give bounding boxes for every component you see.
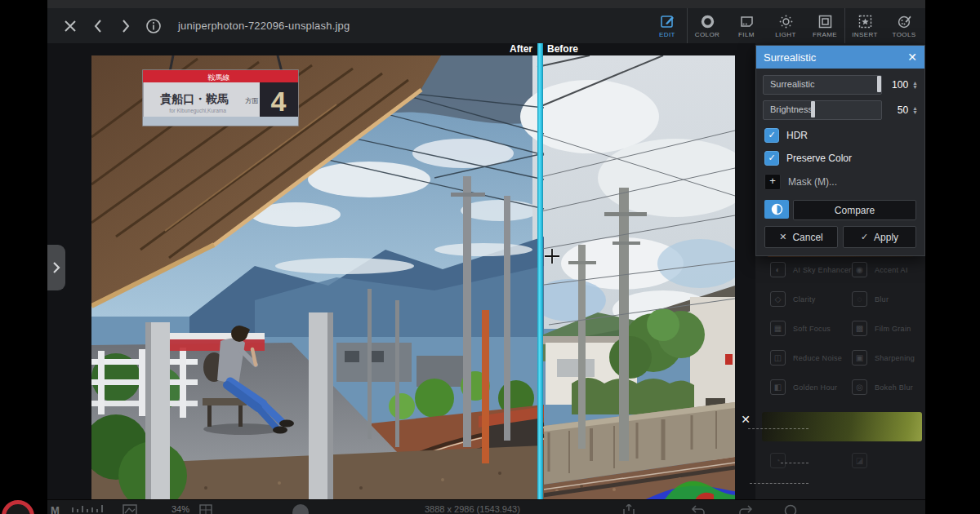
photo-canvas[interactable]: 鞍馬線 貴船口・鞍馬 方面 for Kibuneguchi,Kurama 4 — [91, 55, 735, 499]
share-icon[interactable] — [622, 504, 635, 514]
filter-item[interactable]: ◌ Blur — [852, 291, 889, 307]
light-icon — [778, 14, 794, 29]
prev-image-icon[interactable] — [90, 18, 106, 34]
filter-item[interactable]: ◇ Clarity — [770, 291, 816, 307]
slider-thumb[interactable] — [811, 101, 815, 117]
filter-icon: ◔ — [770, 453, 786, 468]
filter-item[interactable]: ◪ — [852, 453, 867, 468]
slider-thumb[interactable] — [877, 76, 881, 92]
apply-check-icon: ✓ — [861, 232, 868, 242]
surrealistic-popover: Surrealistic ✕ Surrealistic 100 ▲▼ Brigh… — [755, 45, 925, 256]
slider-row-brightness: Brightness 50 ▲▼ — [763, 100, 918, 120]
tab-frame[interactable]: FRAME — [805, 8, 844, 43]
status-bar: M 34% 3888 x 2986 (1543.943) — [47, 499, 925, 514]
crop-ratio-icon[interactable] — [199, 504, 212, 514]
tab-light[interactable]: LIGHT — [766, 8, 805, 43]
filter-icon: ◌ — [852, 291, 867, 307]
surrealistic-value: 100 — [886, 79, 909, 91]
filter-item[interactable]: ◧ Golden Hour — [770, 379, 837, 395]
zoom-level[interactable]: 34% — [172, 504, 189, 514]
add-mask-button[interactable]: + — [764, 174, 781, 190]
surrealistic-slider[interactable]: Surrealistic — [763, 75, 882, 95]
ruler-icon[interactable] — [72, 504, 108, 514]
filter-icon: ▦ — [770, 321, 786, 336]
filter-icon: ▩ — [852, 321, 867, 336]
chevron-right-icon — [52, 262, 60, 273]
filter-icon: ◎ — [852, 379, 867, 395]
crosshair-cursor — [545, 249, 559, 264]
popover-body: Surrealistic 100 ▲▼ Brightness 50 ▲▼ ✓ — [756, 69, 924, 255]
filter-item[interactable]: ◐ AI Sky Enhancer — [770, 262, 852, 277]
toolbar-left-group: juniperphoton-722096-unsplash.jpg — [62, 8, 350, 43]
filter-icon: ◐ — [770, 262, 786, 277]
sidebar-expand-handle[interactable] — [47, 245, 65, 290]
tab-color[interactable]: COLOR — [687, 8, 727, 43]
filter-icon: ▣ — [852, 350, 867, 366]
filter-item[interactable]: ◫ Reduce Noise — [770, 350, 842, 366]
close-icon[interactable] — [62, 18, 78, 34]
filter-item[interactable]: ▦ Soft Focus — [770, 321, 831, 336]
mask-row: + Mask (M)... — [764, 174, 916, 190]
tab-film[interactable]: FILM — [727, 8, 766, 43]
filter-item[interactable]: ▩ Film Grain — [852, 321, 911, 336]
redo-icon[interactable] — [738, 504, 753, 514]
film-icon — [739, 14, 755, 29]
filter-preview-thumbnail[interactable] — [762, 412, 922, 441]
info-icon[interactable] — [145, 18, 162, 34]
image-filename: juniperphoton-722096-unsplash.jpg — [178, 20, 350, 32]
surrealistic-stepper[interactable]: ▲▼ — [912, 81, 918, 89]
brand-wordmark: M — [51, 504, 60, 514]
app-logo — [2, 500, 34, 514]
after-label: After — [485, 44, 532, 55]
top-toolbar: juniperphoton-722096-unsplash.jpg EDIT C… — [47, 8, 925, 44]
image-size-icon[interactable] — [122, 504, 137, 514]
undo-icon[interactable] — [691, 504, 706, 514]
editor-canvas: 鞍馬線 貴船口・鞍馬 方面 for Kibuneguchi,Kurama 4 — [47, 43, 755, 499]
preserve-color-checkbox[interactable]: ✓ — [764, 151, 779, 166]
histogram-close-icon[interactable]: ✕ — [738, 412, 753, 427]
next-image-icon[interactable] — [118, 18, 134, 34]
dashed-guide — [781, 463, 808, 463]
split-compare-button[interactable] — [764, 200, 789, 219]
tab-edit[interactable]: EDIT — [648, 8, 687, 43]
brightness-value: 50 — [886, 104, 909, 116]
filter-item[interactable]: ◉ Accent AI — [852, 262, 908, 277]
compare-button[interactable]: Compare — [793, 200, 916, 220]
photo-artwork: 鞍馬線 貴船口・鞍馬 方面 for Kibuneguchi,Kurama 4 — [91, 55, 735, 499]
tab-insert[interactable]: INSERT — [844, 8, 884, 43]
dashed-guide — [748, 428, 808, 429]
half-circle-icon — [771, 203, 783, 215]
edit-icon — [660, 14, 675, 29]
hdr-checkbox[interactable]: ✓ — [764, 128, 779, 143]
svg-text:貴船口・鞍馬: 貴船口・鞍馬 — [160, 92, 229, 105]
filter-icon: ◉ — [852, 262, 867, 277]
popover-close-icon[interactable]: ✕ — [907, 51, 917, 64]
filter-icon: ◇ — [770, 291, 786, 307]
filter-item[interactable]: ◔ — [770, 453, 786, 468]
color-dot[interactable] — [292, 504, 309, 514]
window-titlebar — [47, 0, 925, 8]
compare-divider[interactable] — [537, 43, 543, 499]
insert-icon — [858, 14, 873, 29]
brightness-slider[interactable]: Brightness — [763, 100, 882, 120]
svg-text:方面: 方面 — [245, 97, 259, 104]
screenshot-root: juniperphoton-722096-unsplash.jpg EDIT C… — [0, 0, 980, 514]
apply-button[interactable]: ✓ Apply — [843, 226, 916, 248]
filter-icon: ◧ — [770, 379, 786, 395]
history-icon[interactable] — [784, 504, 797, 514]
filter-item[interactable]: ◎ Bokeh Blur — [852, 379, 913, 395]
tab-tools[interactable]: TOOLS — [884, 8, 924, 43]
filter-icon: ◫ — [770, 350, 786, 366]
frame-icon — [817, 14, 833, 29]
svg-text:for Kibuneguchi,Kurama: for Kibuneguchi,Kurama — [169, 108, 226, 114]
dashed-guide — [750, 483, 808, 484]
slider-row-surrealistic: Surrealistic 100 ▲▼ — [763, 75, 918, 95]
color-icon — [700, 14, 715, 29]
svg-text:鞍馬線: 鞍馬線 — [208, 73, 230, 82]
cancel-button[interactable]: ✕ Cancel — [764, 226, 838, 248]
filter-item[interactable]: ▣ Sharpening — [852, 350, 915, 366]
svg-text:4: 4 — [271, 86, 287, 117]
brightness-stepper[interactable]: ▲▼ — [912, 106, 918, 114]
tool-tabs: EDIT COLOR FILM LIGHT FRAME — [648, 8, 924, 43]
cancel-apply-row: ✕ Cancel ✓ Apply — [764, 226, 916, 248]
